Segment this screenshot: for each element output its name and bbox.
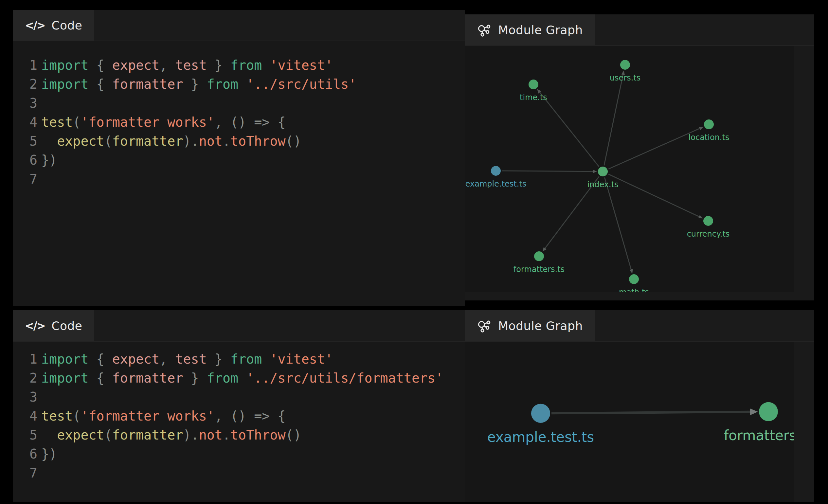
code-tab-label: Code xyxy=(51,19,82,32)
graph-node-label-formatters: formatters.ts xyxy=(513,265,565,274)
module-graph-area-2: example.test.tsformatters.ts xyxy=(465,342,814,502)
code-line: 3 xyxy=(13,94,465,113)
code-icon: </> xyxy=(25,19,45,32)
code-tab-1[interactable]: </> Code xyxy=(13,10,94,41)
graph-node-time[interactable] xyxy=(529,80,538,89)
graph-edge-index-users xyxy=(604,75,623,165)
module-graph-tab-label: Module Graph xyxy=(498,23,583,37)
graph-node-currency[interactable] xyxy=(703,216,713,226)
code-line: 5 expect(formatter).not.toThrow() xyxy=(13,425,465,445)
code-editor-1: 1import { expect, test } from 'vitest'2i… xyxy=(13,41,465,306)
code-line: 7 xyxy=(13,463,465,482)
line-number: 3 xyxy=(13,94,37,113)
code-line: 6}) xyxy=(13,445,465,463)
graph-node-label-currency: currency.ts xyxy=(687,229,730,239)
module-graph-tab-2[interactable]: Module Graph xyxy=(465,310,595,341)
graph-node-label-index: index.ts xyxy=(587,180,618,189)
example-row-2: </> Code 1import { expect, test } from '… xyxy=(13,310,814,502)
graph-node-math[interactable] xyxy=(629,274,639,284)
line-number: 2 xyxy=(13,75,37,94)
module-graph-tab-label: Module Graph xyxy=(498,319,583,333)
code-line: 7 xyxy=(13,170,465,188)
code-tab-2[interactable]: </> Code xyxy=(13,310,94,341)
code-line: 4test('formatter works', () => { xyxy=(13,407,465,425)
module-graph-canvas-1[interactable]: users.tstime.tslocation.tsexample.test.t… xyxy=(465,46,794,292)
graph-node-label-time: time.ts xyxy=(520,93,547,102)
graph-node-label-users: users.ts xyxy=(610,73,640,82)
graph-edge-example-formatters xyxy=(551,412,750,413)
line-number: 6 xyxy=(13,151,37,170)
module-graph-icon xyxy=(477,22,492,37)
graph-node-example[interactable] xyxy=(531,404,550,423)
graph-node-label-example: example.test.ts xyxy=(465,179,527,188)
graph-node-label-location: location.ts xyxy=(689,133,730,142)
module-graph-header-2: Module Graph xyxy=(465,310,814,342)
module-graph-header-1: Module Graph xyxy=(465,14,814,46)
graph-edge-arrowhead xyxy=(629,269,633,274)
line-number: 5 xyxy=(13,132,37,151)
module-graph-panel-1: Module Graph users.tstime.tslocation.tse… xyxy=(465,14,814,300)
code-icon: </> xyxy=(25,320,45,332)
code-panel-2: </> Code 1import { expect, test } from '… xyxy=(13,310,465,502)
code-line: 4test('formatter works', () => { xyxy=(13,113,465,132)
module-graph-icon xyxy=(477,318,492,333)
module-graph-tab-1[interactable]: Module Graph xyxy=(465,14,595,45)
line-number: 3 xyxy=(13,387,37,407)
example-row-1: </> Code 1import { expect, test } from '… xyxy=(13,10,814,306)
graph-node-label-math: math.ts xyxy=(619,288,649,292)
code-line: 1import { expect, test } from 'vitest' xyxy=(13,349,465,369)
line-number: 4 xyxy=(13,407,37,425)
module-graph-panel-2: Module Graph example.test.tsformatters.t… xyxy=(465,310,814,502)
code-tab-label: Code xyxy=(51,319,82,333)
line-number: 2 xyxy=(13,369,37,387)
graph-edge-example-index xyxy=(502,171,593,171)
graph-node-formatters[interactable] xyxy=(534,251,544,261)
code-line: 3 xyxy=(13,387,465,407)
graph-node-example[interactable] xyxy=(491,166,501,176)
graph-edge-index-math xyxy=(605,177,631,269)
graph-node-label-formatters: formatters.ts xyxy=(723,427,794,444)
graph-edge-index-currency xyxy=(609,174,699,217)
graph-node-users[interactable] xyxy=(620,60,630,70)
graph-edge-index-location xyxy=(609,129,699,169)
graph-edge-arrowhead xyxy=(750,409,758,415)
line-number: 7 xyxy=(13,463,37,482)
line-number: 1 xyxy=(13,349,37,369)
line-number: 5 xyxy=(13,425,37,445)
code-panel-header-1: </> Code xyxy=(13,10,465,41)
code-line: 2import { formatter } from '../src/utils… xyxy=(13,75,465,94)
code-line: 2import { formatter } from '../src/utils… xyxy=(13,369,465,387)
line-number: 4 xyxy=(13,113,37,132)
module-graph-area-1: users.tstime.tslocation.tsexample.test.t… xyxy=(465,46,814,300)
line-number: 7 xyxy=(13,170,37,188)
graph-edge-index-time xyxy=(540,92,599,167)
graph-node-label-example: example.test.ts xyxy=(487,429,594,445)
code-line: 5 expect(formatter).not.toThrow() xyxy=(13,132,465,151)
graph-node-formatters[interactable] xyxy=(759,402,778,421)
module-graph-canvas-2[interactable]: example.test.tsformatters.ts xyxy=(465,342,794,502)
line-number: 1 xyxy=(13,56,37,75)
line-number: 6 xyxy=(13,445,37,463)
graph-node-location[interactable] xyxy=(704,120,714,129)
code-editor-2: 1import { expect, test } from 'vitest'2i… xyxy=(13,342,465,502)
graph-edge-arrowhead xyxy=(593,170,597,173)
page: </> Code 1import { expect, test } from '… xyxy=(13,10,814,502)
code-panel-1: </> Code 1import { expect, test } from '… xyxy=(13,10,465,306)
code-line: 1import { expect, test } from 'vitest' xyxy=(13,56,465,75)
code-panel-header-2: </> Code xyxy=(13,310,465,342)
graph-node-index[interactable] xyxy=(598,167,608,176)
code-line: 6}) xyxy=(13,151,465,170)
